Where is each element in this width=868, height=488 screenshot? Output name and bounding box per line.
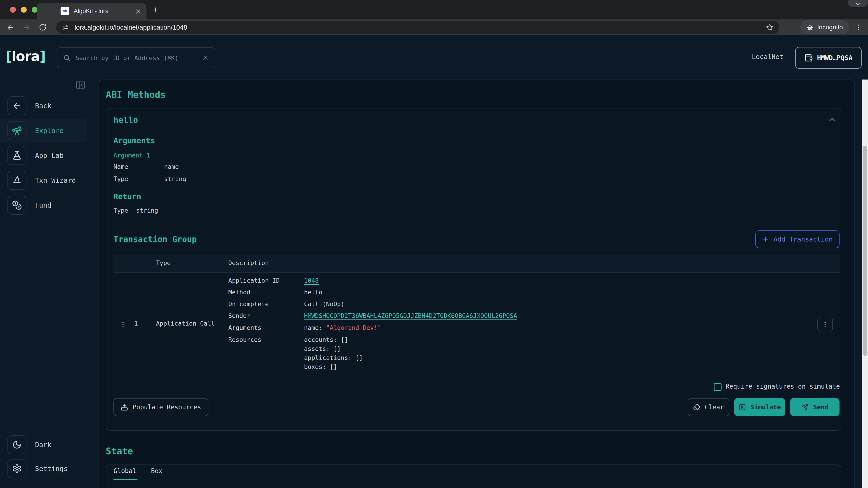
active-tab-underline [114, 479, 137, 480]
sidebar-item-settings[interactable]: Settings [0, 457, 87, 481]
search-clear-icon[interactable] [202, 55, 209, 61]
populate-resources-button[interactable]: Populate Resources [114, 398, 209, 416]
incognito-label: Incognito [817, 24, 843, 31]
row-type: Application Call [156, 320, 215, 327]
wallet-label: HMWD…PQSA [817, 54, 852, 62]
sidebar-item-theme-dark[interactable]: Dark [0, 433, 87, 457]
arrow-left-icon [7, 96, 26, 115]
search-box[interactable] [57, 47, 215, 68]
search-input[interactable] [75, 54, 197, 62]
tab-box[interactable]: Box [151, 467, 162, 475]
eraser-icon [693, 403, 700, 411]
row-index: 1 [134, 320, 138, 327]
require-signatures-label: Require signatures on simulate [725, 383, 840, 390]
app-logo[interactable]: [lora] [6, 48, 45, 64]
send-icon [801, 403, 809, 411]
page-title: ABI Methods [106, 90, 166, 100]
new-tab-button[interactable] [152, 6, 159, 13]
arguments-value: name: "Algorand Dev!" [304, 324, 381, 331]
window-minimize-button[interactable] [21, 7, 27, 13]
return-type-value: string [136, 207, 158, 214]
method-value: hello [304, 289, 322, 296]
send-button[interactable]: Send [790, 398, 839, 416]
state-title: State [106, 446, 133, 456]
back-icon[interactable] [6, 24, 14, 32]
sidebar-item-txn-wizard[interactable]: Txn Wizard [0, 168, 87, 192]
sidebar-item-app-lab[interactable]: App Lab [0, 143, 87, 167]
telescope-icon [7, 121, 26, 140]
search-icon [63, 54, 70, 61]
clear-label: Clear [705, 403, 724, 411]
incognito-badge: Incognito [800, 20, 849, 34]
sidebar-item-label: Settings [35, 465, 68, 473]
arg-name-key: Name [114, 163, 128, 170]
resource-accounts: accounts: [] [304, 336, 348, 343]
browser-menu-icon[interactable] [855, 24, 863, 31]
simulate-button[interactable]: Simulate [734, 398, 785, 416]
site-settings-icon[interactable] [61, 24, 69, 31]
tab-search-chevron[interactable] [848, 0, 868, 7]
tab-close-icon[interactable] [135, 8, 142, 15]
arg-type-key: Type [114, 175, 128, 182]
network-label[interactable]: LocalNet [752, 53, 783, 61]
collapse-chevron-up-icon[interactable] [828, 115, 836, 124]
field-label: Resources [228, 336, 261, 343]
forward-icon[interactable] [23, 24, 31, 32]
flask-icon [7, 146, 26, 165]
sender-link[interactable]: HMWDSHQCOPD2T36WBAHLAZ6PO5GDJJZBN4D2TODK… [304, 312, 517, 319]
field-label: Method [228, 289, 250, 296]
tab-global[interactable]: Global [114, 467, 136, 475]
row-menu-button[interactable] [817, 317, 833, 332]
scrollbar-thumb[interactable] [863, 146, 867, 356]
sidebar-item-fund[interactable]: Fund [0, 193, 87, 217]
resource-assets: assets: [] [304, 345, 341, 352]
populate-resources-label: Populate Resources [132, 403, 201, 411]
browser-tab[interactable]: ak AlgoKit - lora [37, 3, 147, 20]
wizard-hat-icon [7, 171, 26, 190]
app-id-link[interactable]: 1048 [304, 277, 319, 284]
sidebar-item-label: App Lab [35, 152, 64, 160]
sidebar-item-explore[interactable]: Explore [0, 119, 87, 142]
field-label: Sender [228, 312, 250, 319]
field-label: Application ID [228, 277, 280, 284]
address-bar[interactable]: lora.algokit.io/localnet/application/104… [56, 21, 779, 34]
tab-title: AlgoKit - lora [74, 8, 109, 15]
transaction-group-heading: Transaction Group [114, 234, 197, 244]
col-description: Description [228, 259, 269, 266]
return-type-key: Type [114, 207, 128, 214]
gear-icon [7, 459, 26, 478]
reload-icon[interactable] [39, 24, 46, 31]
sidebar-item-label: Explore [35, 127, 64, 135]
logo-bracket-left: [ [6, 48, 11, 64]
moon-icon [7, 435, 26, 454]
oncomplete-value: Call (NoOp) [304, 300, 344, 307]
argument-label: Argument 1 [114, 152, 150, 159]
add-transaction-label: Add Transaction [774, 235, 833, 243]
resource-applications: applications: [] [304, 354, 363, 361]
require-signatures-checkbox[interactable] [714, 383, 721, 391]
logo-name: lora [11, 48, 39, 64]
field-label: On complete [228, 300, 269, 307]
bookmark-star-icon[interactable] [766, 24, 774, 31]
coins-icon [7, 196, 26, 215]
sidebar-item-back[interactable]: Back [0, 94, 87, 118]
populate-resources-icon [121, 403, 128, 411]
sidebar-item-label: Txn Wizard [35, 176, 76, 184]
window-close-button[interactable] [10, 7, 16, 13]
url-text: lora.algokit.io/localnet/application/104… [74, 24, 766, 31]
col-type: Type [156, 259, 170, 266]
browser-toolbar: lora.algokit.io/localnet/application/104… [0, 20, 868, 35]
arg-type-value: string [164, 175, 186, 182]
field-label: Arguments [228, 324, 261, 331]
wallet-button[interactable]: HMWD…PQSA [795, 47, 862, 69]
clear-button[interactable]: Clear [688, 398, 729, 416]
plus-icon [762, 236, 769, 242]
add-transaction-button[interactable]: Add Transaction [755, 230, 839, 248]
return-heading: Return [114, 192, 141, 201]
method-name: hello [114, 115, 138, 125]
arg-name-value: name [164, 163, 179, 170]
screen: ak AlgoKit - lora lora.algokit.io/loc [0, 0, 868, 488]
drag-handle-icon[interactable] [119, 321, 127, 328]
sidebar-collapse-icon[interactable] [75, 80, 86, 90]
wallet-icon [804, 54, 813, 62]
